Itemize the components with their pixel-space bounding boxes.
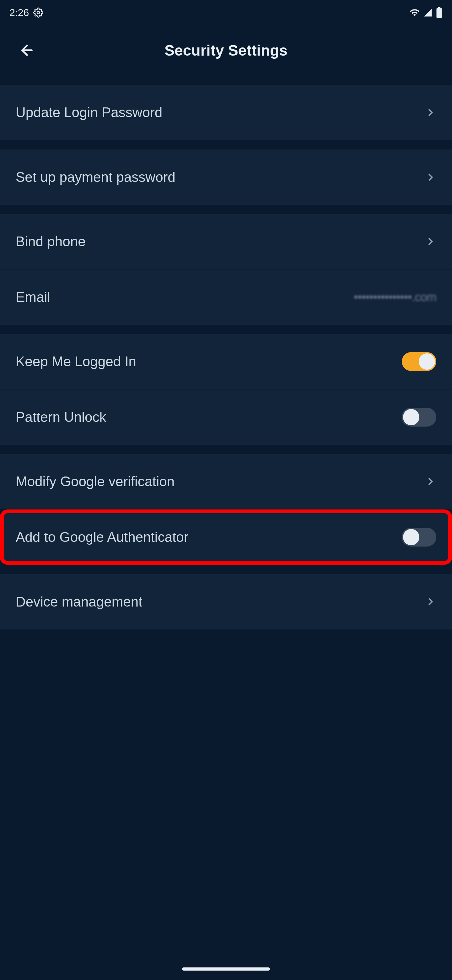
row-label: Pattern Unlock	[16, 409, 106, 425]
row-label: Keep Me Logged In	[16, 354, 136, 369]
header: Security Settings	[0, 25, 452, 75]
settings-group: Device management	[0, 574, 452, 630]
row-bind-phone[interactable]: Bind phone	[0, 214, 452, 269]
row-email[interactable]: Email •••••••••••••••.com	[0, 269, 452, 325]
status-left: 2:26	[10, 7, 43, 19]
svg-point-0	[37, 11, 40, 14]
settings-group: Modify Google verification Add to Google…	[0, 454, 452, 565]
toggle-knob	[419, 353, 435, 370]
settings-group: Update Login Password	[0, 85, 452, 140]
chevron-right-icon	[425, 476, 436, 487]
row-label: Update Login Password	[16, 105, 162, 120]
row-label: Add to Google Authenticator	[16, 529, 188, 545]
row-pattern-unlock: Pattern Unlock	[0, 390, 452, 445]
battery-icon	[436, 7, 442, 18]
svg-rect-2	[438, 7, 441, 8]
status-bar: 2:26	[0, 0, 452, 25]
row-add-google-authenticator: Add to Google Authenticator	[0, 509, 452, 565]
back-arrow-icon	[19, 42, 35, 59]
toggle-keep-logged-in[interactable]	[402, 352, 436, 371]
row-keep-logged-in: Keep Me Logged In	[0, 334, 452, 390]
row-label: Email	[16, 289, 50, 305]
row-setup-payment-password[interactable]: Set up payment password	[0, 150, 452, 205]
row-device-management[interactable]: Device management	[0, 574, 452, 630]
toggle-knob	[403, 409, 419, 425]
settings-group: Bind phone Email •••••••••••••••.com	[0, 214, 452, 325]
row-label: Bind phone	[16, 234, 86, 250]
row-update-login-password[interactable]: Update Login Password	[0, 85, 452, 140]
toggle-pattern-unlock[interactable]	[402, 408, 436, 426]
wifi-icon	[409, 7, 420, 18]
chevron-right-icon	[425, 596, 436, 608]
row-label: Device management	[16, 594, 143, 610]
status-right	[409, 7, 442, 18]
page-title: Security Settings	[13, 42, 439, 59]
row-label: Set up payment password	[16, 169, 176, 185]
toggle-google-authenticator[interactable]	[402, 528, 436, 547]
back-button[interactable]	[19, 42, 35, 59]
status-time: 2:26	[10, 7, 29, 19]
chevron-right-icon	[425, 107, 436, 118]
chevron-right-icon	[425, 236, 436, 247]
row-label: Modify Google verification	[16, 474, 174, 489]
settings-group: Set up payment password	[0, 150, 452, 205]
signal-icon	[423, 8, 433, 17]
toggle-knob	[403, 529, 419, 545]
settings-group: Keep Me Logged In Pattern Unlock	[0, 334, 452, 445]
home-indicator[interactable]	[182, 967, 270, 970]
row-modify-google-verification[interactable]: Modify Google verification	[0, 454, 452, 509]
email-value: •••••••••••••••.com	[354, 291, 436, 304]
settings-content: Update Login Password Set up payment pas…	[0, 75, 452, 630]
svg-rect-1	[437, 8, 442, 18]
gear-icon	[33, 8, 43, 18]
chevron-right-icon	[425, 172, 436, 183]
